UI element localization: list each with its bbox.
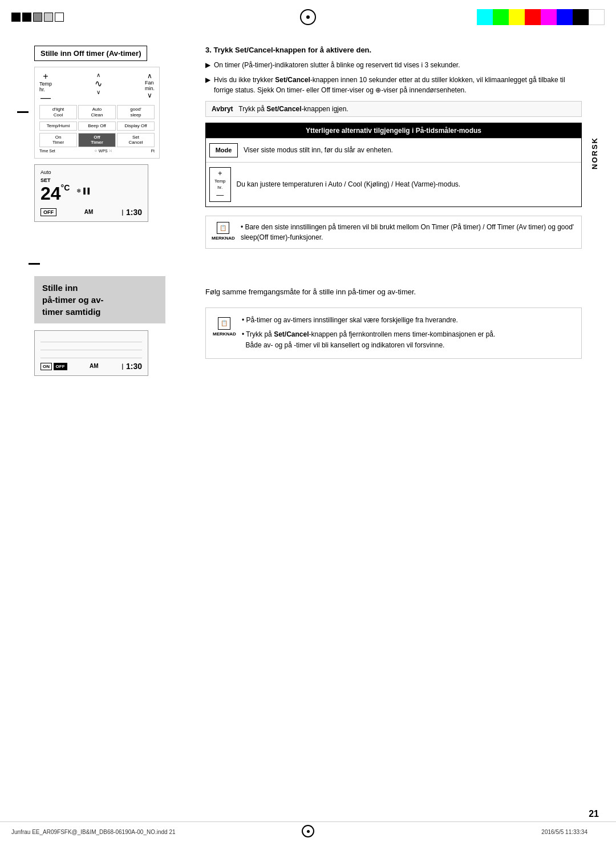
mode-description: Viser siste modus stilt inn, før du slår… [244, 145, 393, 155]
alternativ-row-temp: + Temphr. — Du kan justere temperaturen … [206, 162, 581, 207]
norsk-label: NORSK [590, 137, 599, 169]
left-panel-2: Stille inn på-timer og av- timer samtidi… [34, 276, 188, 376]
arrow-icon-1: ▶ [205, 60, 210, 70]
alternativ-row-mode: Mode Viser siste modus stilt inn, før du… [206, 138, 581, 162]
fan-col: ∧ Fanmin. ∨ [145, 72, 155, 99]
lcd-icons: ❄ ▌▌ [76, 188, 91, 194]
off-badge: OFF [54, 363, 67, 370]
lcd-bottom: OFF AM ⏐ 1:30 [40, 208, 142, 217]
lcd-set-label: SET [40, 177, 70, 183]
section-title: Stille inn Off timer (Av-timer) [34, 46, 147, 61]
title-line-1: Stille inn [42, 283, 78, 293]
lcd-time-value: 1:30 [126, 208, 142, 217]
snowflake-icon: ❄ [76, 188, 81, 194]
alternativ-table: Ytterligere alternativ tilgjengelig i På… [205, 123, 582, 207]
lcd-display-1: Auto SET 24°C ❄ ▌▌ OFF AM [34, 164, 148, 222]
main-content: Stille inn Off timer (Av-timer) + Temphr… [0, 34, 616, 410]
merknad-label-1: MERKNAD [212, 235, 235, 242]
color-bar-green [493, 9, 509, 25]
lcd2-line-3 [40, 351, 142, 358]
fan-down-icon: ∨ [147, 91, 152, 99]
top-bar [0, 0, 616, 34]
footer-date: 2016/5/5 11:33:34 [541, 829, 587, 835]
section-highlight-title: Stille inn på-timer og av- timer samtidi… [34, 276, 165, 323]
color-bar-cyan [477, 9, 493, 25]
down-arrow-icon: ∨ [96, 89, 100, 95]
lcd2-bottom: ON OFF AM ⏐ 1:30 [40, 362, 142, 371]
temp-col: + Temphr. — [39, 72, 52, 103]
temp-humi-btn: Temp/Humi [39, 122, 77, 131]
temp-hr-text: Temphr. [214, 179, 226, 191]
note-bullet-1: • På-timer og av-timers innstillinger sk… [242, 315, 495, 326]
arrow-icon-2: ▶ [205, 75, 210, 95]
avbryt-box: Avbryt Trykk på Set/Cancel-knappen igjen… [205, 101, 582, 117]
section-off-timer: Stille inn Off timer (Av-timer) + Temphr… [34, 46, 582, 257]
lcd-auto-label: Auto [40, 169, 142, 175]
color-bar-blue [557, 9, 573, 25]
remote-mid-row-1: d'lightCool AutoClean good'sleep [39, 105, 155, 119]
beep-off-btn: Beep Off [78, 122, 116, 131]
temp-button: + Temphr. — [209, 167, 231, 202]
lcd-time: ⏐ 1:30 [121, 208, 142, 217]
reg-marks-left [11, 13, 64, 22]
lcd2-line-2 [40, 343, 142, 350]
auto-clean-btn: AutoClean [78, 105, 116, 119]
right-panel-2: Følg samme fremgangsmåte for å stille in… [205, 276, 582, 376]
signal-icon: ▌▌ [83, 188, 91, 194]
reg-circle-top [300, 9, 316, 25]
footer-file: Junfrau EE_AR09FSFK@_IB&IM_DB68-06190A-0… [11, 829, 176, 835]
color-bar-yellow [509, 9, 525, 25]
off-timer-btn: OffTimer [78, 133, 116, 147]
note-doc-icon-2: 📋 [218, 317, 230, 330]
remote-diagram: + Temphr. — ∧ ∿ ∨ ∧ Fanmin. ∨ [34, 67, 160, 159]
bullet-1: ▶ On timer (På-timer)-indikatoren slutte… [205, 60, 582, 70]
time-set-label: Time Set [39, 149, 55, 153]
note-content-1: Bare den siste innstillingen på timeren … [241, 223, 574, 241]
lcd-display-2: ON OFF AM ⏐ 1:30 [34, 330, 148, 376]
note-bullet-text-1: På-timer og av-timers innstillinger skal… [246, 316, 457, 324]
note-bullet-2: • Trykk på Set/Cancel-knappen på fjernko… [242, 329, 495, 351]
lcd2-onoff: ON OFF [40, 363, 67, 369]
lcd2-colon-icon: ⏐ [121, 364, 124, 370]
mode-button: Mode [209, 143, 238, 157]
step3-header: 3. Trykk Set/Cancel-knappen for å aktive… [205, 46, 582, 54]
bullet-text-2: Hvis du ikke trykker Set/Cancel-knappen … [214, 75, 582, 95]
set-cancel-btn: SetCancel [117, 133, 155, 147]
note-doc-icon: 📋 [217, 222, 229, 234]
page-number: 21 [589, 809, 599, 819]
remote-top-buttons: + Temphr. — ∧ ∿ ∨ ∧ Fanmin. ∨ [39, 72, 155, 103]
remote-bottom-row-2: Time Set ⁘ WPS ⁙ Ft [39, 149, 155, 153]
on-timer-btn: OnTimer [39, 133, 77, 147]
temp-description: Du kan justere temperaturen i Auto / Coo… [237, 180, 461, 189]
bullet-text-1: On timer (På-timer)-indikatoren slutter … [214, 60, 460, 70]
wave-icon: ∿ [95, 78, 102, 89]
left-dash-1 [17, 111, 29, 113]
color-bars [477, 9, 605, 25]
right-panel: 3. Trykk Set/Cancel-knappen for å aktive… [205, 46, 582, 257]
reg-box-4 [44, 13, 53, 22]
note-box-1: 📋 MERKNAD • Bare den siste innstillingen… [205, 216, 582, 249]
lcd-colon-indicator: ⏐ [121, 210, 124, 216]
temp-hr-label: Temphr. [39, 81, 52, 92]
merknad-label-2: MERKNAD [213, 331, 236, 338]
up-arrow-icon: ∧ [96, 72, 100, 78]
good-sleep-btn: good'sleep [117, 105, 155, 119]
section2-description: Følg samme fremgangsmåte for å stille in… [205, 288, 582, 296]
lcd-temp-unit: °C [61, 183, 70, 192]
left-panel: Stille inn Off timer (Av-timer) + Temphr… [34, 46, 188, 257]
lcd2-line-1 [40, 335, 142, 342]
note-bullets: • På-timer og av-timers innstillinger sk… [242, 315, 495, 351]
bottom-reg-circle [302, 825, 314, 837]
color-bar-white [589, 9, 605, 25]
arrow-col: ∧ ∿ ∨ [95, 72, 102, 95]
reg-box-2 [22, 13, 31, 22]
display-off-btn: Display Off [117, 122, 155, 131]
fan-up-icon: ∧ [147, 72, 152, 80]
lcd2-time-value: 1:30 [126, 362, 142, 371]
section-on-off-timer: Stille inn på-timer og av- timer samtidi… [34, 276, 582, 376]
on-badge: ON [40, 363, 52, 370]
reg-box-1 [11, 13, 21, 22]
bottom-note-box: 📋 MERKNAD • På-timer og av-timers innsti… [205, 307, 582, 359]
avbryt-label: Avbryt [212, 105, 233, 113]
bottom-bar: Junfrau EE_AR09FSFK@_IB&IM_DB68-06190A-0… [0, 821, 616, 842]
